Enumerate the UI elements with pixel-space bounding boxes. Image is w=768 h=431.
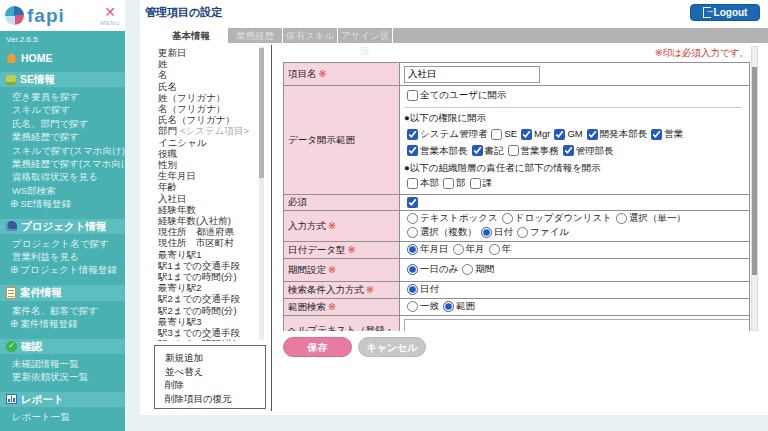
input-method-radio[interactable] <box>481 227 492 238</box>
permission-checkbox[interactable] <box>563 145 574 156</box>
sidebar-item[interactable]: 案件名、顧客で探す <box>10 304 125 317</box>
sidebar-item[interactable]: ⊕ プロジェクト情報登録 <box>10 263 125 276</box>
range-search-option[interactable]: 範囲 <box>440 300 475 313</box>
list-item[interactable]: 名 <box>158 69 258 80</box>
input-method-radio[interactable] <box>616 213 627 224</box>
all-users-checkbox[interactable] <box>407 90 418 101</box>
tab-assign-status[interactable]: アサイン状況 <box>338 28 392 43</box>
range-search-radio[interactable] <box>407 301 418 312</box>
list-item[interactable]: 駅2までの交通手段 <box>158 293 258 304</box>
permission-checkbox[interactable] <box>587 129 598 140</box>
range-search-option[interactable]: 一致 <box>404 300 439 313</box>
permission-checkbox[interactable] <box>508 145 519 156</box>
sidebar-item[interactable]: 未確認情報一覧 <box>10 357 125 370</box>
search-method-option[interactable]: 日付 <box>404 283 439 296</box>
range-search-radio[interactable] <box>443 301 454 312</box>
form-scrollbar-thumb[interactable] <box>752 67 757 275</box>
permission-option[interactable]: GM <box>551 127 582 141</box>
sidebar-item[interactable]: 空き要員を探す <box>10 90 125 103</box>
permission-option[interactable]: 管理部長 <box>560 144 614 158</box>
org-level-checkbox[interactable] <box>470 178 481 189</box>
sidebar-item[interactable]: レポート一覧 <box>10 410 125 423</box>
input-method-option[interactable]: 選択（複数） <box>404 226 477 239</box>
list-item[interactable]: 駅1までの交通手段 <box>158 260 258 271</box>
permission-option[interactable]: SE <box>488 127 517 141</box>
item-name-input[interactable] <box>404 66 540 83</box>
sidebar-item[interactable]: ⊕ SE情報登録 <box>10 197 125 210</box>
list-item[interactable]: 生年月日 <box>158 170 258 181</box>
app-logo[interactable]: fapi <box>5 6 65 25</box>
date-type-option[interactable]: 年 <box>486 243 512 256</box>
permission-option[interactable]: 営業本部長 <box>404 144 468 158</box>
search-method-radio[interactable] <box>407 284 418 295</box>
period-option[interactable]: 一日のみ <box>404 263 458 276</box>
list-item[interactable]: 姓（フリガナ） <box>158 92 258 103</box>
sidebar-item[interactable]: 氏名、部門で探す <box>10 117 125 130</box>
list-item[interactable]: 入社日 <box>158 193 258 204</box>
input-method-option[interactable]: テキストボックス <box>404 212 498 225</box>
sidebar-item[interactable]: ⊕ 案件情報登録 <box>10 317 125 330</box>
permission-checkbox[interactable] <box>521 129 532 140</box>
sidebar-item[interactable]: WS部検索 <box>10 184 125 197</box>
sidebar-item[interactable]: スキルで探す <box>10 103 125 116</box>
list-item[interactable]: 最寄り駅1 <box>158 249 258 260</box>
logout-button[interactable]: → Logout <box>690 4 760 21</box>
date-type-radio[interactable] <box>407 244 418 255</box>
list-item[interactable]: 姓 <box>158 58 258 69</box>
list-action-item[interactable]: 削除項目の復元 <box>165 392 265 406</box>
input-method-radio[interactable] <box>517 227 528 238</box>
permission-option[interactable]: 開発本部長 <box>584 127 648 141</box>
input-method-option[interactable]: ファイル <box>514 226 569 239</box>
tab-work-history[interactable]: 業務経歴 <box>228 28 282 43</box>
menu-close-button[interactable]: ✕ MENU <box>100 5 120 26</box>
list-item[interactable]: 現住所 都道府県 <box>158 226 258 237</box>
sidebar-item-home[interactable]: HOME <box>6 52 125 64</box>
permission-option[interactable]: 営業 <box>648 127 683 141</box>
list-item[interactable]: 更新日 <box>158 47 258 58</box>
input-method-option[interactable]: 選択（単一） <box>613 212 686 225</box>
list-action-item[interactable]: 新規追加 <box>165 351 265 365</box>
date-type-radio[interactable] <box>489 244 500 255</box>
tab-skills[interactable]: 保有スキル <box>283 28 337 43</box>
list-item[interactable]: 氏名 <box>158 81 258 92</box>
save-button[interactable]: 保存 <box>283 337 352 357</box>
list-item[interactable]: 氏名（フリガナ） <box>158 114 258 125</box>
list-action-item[interactable]: 並べ替え <box>165 365 265 379</box>
date-type-option[interactable]: 年月日 <box>404 243 449 256</box>
list-item[interactable]: 最寄り駅2 <box>158 282 258 293</box>
list-item[interactable]: 性別 <box>158 159 258 170</box>
permission-option[interactable]: 営業事務 <box>505 144 559 158</box>
list-item[interactable]: 最寄り駅3 <box>158 316 258 327</box>
input-method-option[interactable]: ドロップダウンリスト <box>499 212 612 225</box>
list-action-item[interactable]: 削除 <box>165 378 265 392</box>
list-item[interactable]: イニシャル <box>158 137 258 148</box>
input-method-option[interactable]: 日付 <box>478 226 513 239</box>
sidebar-item[interactable]: 更新依頼状況一覧 <box>10 370 125 383</box>
list-item[interactable]: 駅2までの時間(分) <box>158 305 258 316</box>
list-item[interactable]: 駅3までの時間(分) <box>158 338 258 341</box>
permission-checkbox[interactable] <box>407 129 418 140</box>
tab-basic-info[interactable]: 基本情報 <box>155 28 227 43</box>
permission-option[interactable]: Mgr <box>518 127 550 141</box>
sidebar-item[interactable]: 営業利益を見る <box>10 250 125 263</box>
org-level-option[interactable]: 課 <box>467 177 493 190</box>
period-option[interactable]: 期間 <box>459 263 494 276</box>
sidebar-item[interactable]: 業務経歴で探す <box>10 130 125 143</box>
list-item[interactable]: 名（フリガナ） <box>158 103 258 114</box>
permission-checkbox[interactable] <box>472 145 483 156</box>
permission-option[interactable]: 書記 <box>469 144 504 158</box>
permission-checkbox[interactable] <box>491 129 502 140</box>
sidebar-item[interactable]: プロジェクト名で探す <box>10 237 125 250</box>
input-method-radio[interactable] <box>407 227 418 238</box>
list-item[interactable]: 役職 <box>158 148 258 159</box>
required-checkbox[interactable] <box>407 197 418 208</box>
list-item[interactable]: 駅1までの時間(分) <box>158 271 258 282</box>
period-radio[interactable] <box>407 264 418 275</box>
period-radio[interactable] <box>462 264 473 275</box>
date-type-radio[interactable] <box>453 244 464 255</box>
permission-checkbox[interactable] <box>407 145 418 156</box>
item-list-scrollbar-thumb[interactable] <box>259 48 264 178</box>
list-item[interactable]: 経験年数 <box>158 204 258 215</box>
input-method-radio[interactable] <box>502 213 513 224</box>
org-level-checkbox[interactable] <box>443 178 454 189</box>
